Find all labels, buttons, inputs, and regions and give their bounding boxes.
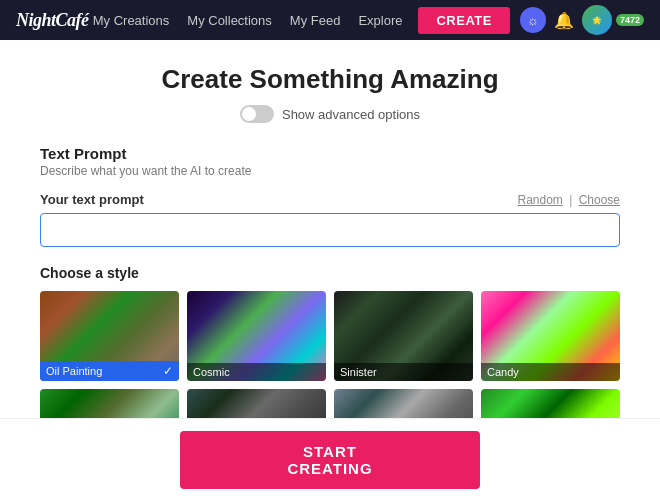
section-desc: Describe what you want the AI to create [40,164,620,178]
selected-check-icon: ✓ [163,364,173,378]
advanced-options-toggle[interactable] [240,105,274,123]
discord-icon[interactable]: ☼ [520,7,546,33]
advanced-options-row: Show advanced options [40,105,620,123]
style-label-cosmic: Cosmic [187,363,326,381]
nav-my-feed[interactable]: My Feed [290,13,341,28]
logo: NightCafé [16,10,93,31]
nav-explore[interactable]: Explore [358,13,402,28]
style-label-sinister: Sinister [334,363,473,381]
style-label-oil: Oil Painting✓ [40,361,179,381]
header-icons: ☼ 🔔 🌟 7472 [520,5,644,35]
style-item-oil[interactable]: Oil Painting✓ [40,291,179,381]
prompt-row: Your text prompt Random | Choose [40,192,620,207]
style-label-candy: Candy [481,363,620,381]
page-title: Create Something Amazing [40,64,620,95]
style-item-cosmic[interactable]: Cosmic [187,291,326,381]
bottom-bar: START CREATING [0,418,660,501]
text-prompt-input[interactable] [40,213,620,247]
main-content: Create Something Amazing Show advanced o… [0,40,660,501]
choose-link[interactable]: Choose [579,193,620,207]
header: NightCafé My Creations My Collections My… [0,0,660,40]
prompt-links: Random | Choose [517,193,620,207]
main-nav: My Creations My Collections My Feed Expl… [93,13,403,28]
create-button[interactable]: CREATE [418,7,509,34]
style-section-title: Choose a style [40,265,620,281]
section-title: Text Prompt [40,145,620,162]
nav-my-creations[interactable]: My Creations [93,13,170,28]
start-creating-button[interactable]: START CREATING [180,431,480,489]
prompt-label: Your text prompt [40,192,144,207]
advanced-options-label: Show advanced options [282,107,420,122]
style-item-sinister[interactable]: Sinister [334,291,473,381]
nav-my-collections[interactable]: My Collections [187,13,272,28]
random-link[interactable]: Random [517,193,562,207]
credits-badge: 7472 [616,14,644,26]
style-item-candy[interactable]: Candy [481,291,620,381]
bell-icon[interactable]: 🔔 [554,11,574,30]
avatar[interactable]: 🌟 [582,5,612,35]
text-prompt-section: Text Prompt Describe what you want the A… [40,145,620,265]
